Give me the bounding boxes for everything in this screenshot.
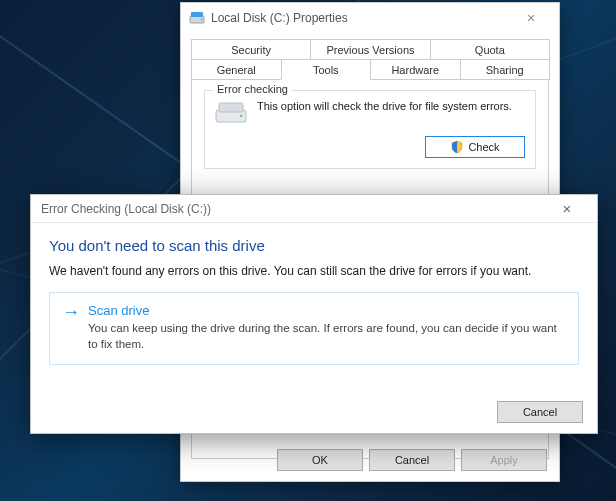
scan-drive-title: Scan drive: [88, 303, 566, 318]
check-button[interactable]: Check: [425, 136, 525, 158]
tab-general[interactable]: General: [191, 59, 282, 80]
ok-label: OK: [312, 454, 328, 466]
svg-rect-1: [191, 12, 203, 17]
svg-rect-4: [219, 103, 243, 112]
scan-drive-option[interactable]: → Scan drive You can keep using the driv…: [49, 292, 579, 365]
dialog-cancel-button[interactable]: Cancel: [497, 401, 583, 423]
tab-security[interactable]: Security: [191, 39, 311, 60]
cancel-button[interactable]: Cancel: [369, 449, 455, 471]
dialog-cancel-label: Cancel: [523, 406, 557, 418]
dialog-buttons: Cancel: [497, 401, 583, 423]
dialog-titlebar: Error Checking (Local Disk (C:)) ×: [31, 195, 597, 223]
apply-label: Apply: [490, 454, 518, 466]
window-title: Local Disk (C:) Properties: [211, 11, 511, 25]
svg-point-2: [201, 19, 203, 21]
arrow-right-icon: →: [62, 303, 80, 321]
cancel-label: Cancel: [395, 454, 429, 466]
tab-previous-versions[interactable]: Previous Versions: [310, 39, 430, 60]
group-description: This option will check the drive for fil…: [257, 99, 512, 114]
properties-buttons: OK Cancel Apply: [277, 449, 547, 471]
hdd-icon: [215, 102, 247, 126]
dialog-subtext: We haven't found any errors on this driv…: [49, 264, 579, 278]
titlebar: Local Disk (C:) Properties ×: [181, 3, 559, 33]
check-button-label: Check: [468, 141, 499, 153]
svg-point-5: [240, 115, 243, 118]
tab-row-1: Security Previous Versions Quota: [191, 39, 549, 60]
ok-button[interactable]: OK: [277, 449, 363, 471]
error-checking-group: Error checking This option will check th…: [204, 90, 536, 169]
close-icon[interactable]: ×: [547, 200, 587, 217]
scan-drive-desc: You can keep using the drive during the …: [88, 320, 566, 352]
group-title: Error checking: [213, 83, 292, 95]
tab-hardware[interactable]: Hardware: [370, 59, 461, 80]
error-checking-dialog: Error Checking (Local Disk (C:)) × You d…: [30, 194, 598, 434]
close-icon[interactable]: ×: [511, 10, 551, 26]
apply-button: Apply: [461, 449, 547, 471]
dialog-body: You don't need to scan this drive We hav…: [31, 223, 597, 375]
drive-icon: [189, 10, 205, 26]
tab-row-2: General Tools Hardware Sharing: [191, 59, 549, 80]
tab-tools[interactable]: Tools: [281, 59, 372, 80]
dialog-title: Error Checking (Local Disk (C:)): [41, 202, 547, 216]
tab-quota[interactable]: Quota: [430, 39, 550, 60]
tab-sharing[interactable]: Sharing: [460, 59, 551, 80]
shield-icon: [450, 140, 464, 154]
dialog-heading: You don't need to scan this drive: [49, 237, 579, 254]
